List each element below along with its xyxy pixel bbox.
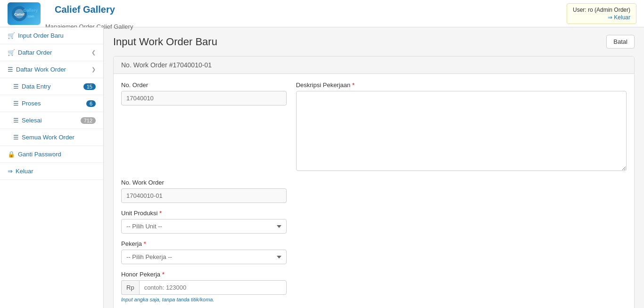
form-group-honor: Honor Pekerja * Rp Input angka saja, tan… (121, 271, 287, 302)
cart2-icon: 🛒 (8, 49, 15, 56)
user-label: User: ro (Admin Order) (573, 7, 630, 13)
sidebar-label-daftar-order: Daftar Order (18, 49, 52, 56)
top-batal-button[interactable]: Batal (606, 35, 635, 49)
form-row-1: No. Order Deskripsi Pekerjaan * (121, 81, 627, 172)
unit-produksi-select[interactable]: -- Pilih Unit -- (121, 219, 287, 234)
brand: Calief Gallery .com Calief Gallery Manaj… (8, 0, 133, 31)
chevron-down-icon: ❯ (91, 66, 96, 73)
sidebar-label-semua-work-order: Semua Work Order (22, 134, 74, 141)
header-logout-link[interactable]: ⇒ Keluar (573, 14, 630, 21)
page-title: Input Work Order Baru (113, 36, 217, 48)
list3-icon: ☰ (13, 100, 19, 107)
list2-icon: ☰ (13, 83, 19, 90)
pekerja-required-star: * (144, 240, 146, 247)
deskripsi-pekerjaan-label: Deskripsi Pekerjaan * (296, 81, 627, 89)
rp-addon: Rp (121, 280, 139, 295)
chevron-right-icon: ❮ (91, 49, 96, 56)
no-order-input (121, 91, 287, 105)
form-group-deskripsi: Deskripsi Pekerjaan * (296, 81, 627, 172)
sidebar: 🛒 Input Order Baru 🛒 Daftar Order ❮ ☰ Da… (0, 27, 104, 308)
brand-main: Calief Gallery (45, 0, 133, 23)
form-group-pekerja: Pekerja * -- Pilih Pekerja -- (121, 240, 287, 264)
honor-required-star: * (162, 271, 165, 278)
list-icon: ☰ (8, 66, 13, 73)
layout: 🛒 Input Order Baru 🛒 Daftar Order ❮ ☰ Da… (0, 27, 644, 308)
form-group-no-work-order: No. Work Order (121, 179, 287, 203)
honor-pekerja-label: Honor Pekerja * (121, 271, 287, 278)
svg-text:.com: .com (27, 15, 34, 18)
svg-text:Gallery: Gallery (24, 8, 38, 13)
form-row-3: Unit Produksi * -- Pilih Unit -- (121, 210, 627, 234)
form-row-4: Pekerja * -- Pilih Pekerja -- (121, 240, 627, 264)
sidebar-item-keluar[interactable]: ⇒ Keluar (0, 163, 103, 180)
logo: Calief Gallery .com (8, 2, 41, 25)
no-order-label: No. Order (121, 81, 287, 89)
list4-icon: ☰ (13, 117, 19, 124)
form-group-unit-produksi: Unit Produksi * -- Pilih Unit -- (121, 210, 287, 234)
sidebar-item-daftar-order[interactable]: 🛒 Daftar Order ❮ (0, 44, 103, 61)
form-group-no-order: No. Order (121, 81, 287, 172)
form-card-header: No. Work Order #17040010-01 (114, 57, 634, 74)
header: Calief Gallery .com Calief Gallery Manaj… (0, 0, 644, 27)
data-entry-badge: 15 (83, 83, 96, 90)
pekerja-label: Pekerja * (121, 240, 287, 247)
form-row-5: Honor Pekerja * Rp Input angka saja, tan… (121, 271, 627, 302)
header-user-info: User: ro (Admin Order) ⇒ Keluar (567, 3, 636, 24)
list5-icon: ☰ (13, 134, 19, 141)
sidebar-item-input-order-baru[interactable]: 🛒 Input Order Baru (0, 27, 103, 44)
lock-icon: 🔒 (8, 151, 15, 158)
sidebar-label-ganti-password: Ganti Password (18, 151, 61, 158)
main-content: Input Work Order Baru Batal No. Work Ord… (104, 27, 644, 308)
no-work-order-label: No. Work Order (121, 179, 287, 186)
form-card: No. Work Order #17040010-01 No. Order De… (113, 56, 635, 308)
brand-title: Calief Gallery Manajemen Order Calief Ga… (45, 0, 133, 31)
sidebar-item-semua-work-order[interactable]: ☰ Semua Work Order (0, 129, 103, 146)
sidebar-label-input-order-baru: Input Order Baru (18, 32, 64, 39)
sidebar-item-selesai[interactable]: ☰ Selesai 712 (0, 112, 103, 129)
sidebar-item-data-entry[interactable]: ☰ Data Entry 15 (0, 78, 103, 95)
sidebar-label-proses: Proses (22, 100, 41, 107)
cart-icon: 🛒 (8, 32, 15, 39)
sidebar-label-keluar: Keluar (16, 168, 33, 175)
sidebar-item-ganti-password[interactable]: 🔒 Ganti Password (0, 146, 103, 163)
exit-icon: ⇒ (8, 168, 13, 175)
svg-text:Calief: Calief (14, 12, 25, 16)
form-body: No. Order Deskripsi Pekerjaan * (114, 74, 634, 308)
honor-hint: Input angka saja, tanpa tanda titik/koma… (121, 297, 287, 302)
sidebar-label-selesai: Selesai (22, 117, 42, 124)
sidebar-item-proses[interactable]: ☰ Proses 6 (0, 95, 103, 112)
unit-required-star: * (159, 210, 162, 217)
selesai-badge: 712 (81, 117, 96, 124)
proses-badge: 6 (86, 100, 96, 107)
form-row-2: No. Work Order (121, 179, 627, 203)
sidebar-label-daftar-work-order: Daftar Work Order (16, 66, 66, 73)
honor-pekerja-input[interactable] (139, 280, 287, 295)
deskripsi-required-star: * (352, 81, 355, 89)
no-work-order-input (121, 188, 287, 203)
sidebar-label-data-entry: Data Entry (22, 83, 50, 90)
unit-produksi-label: Unit Produksi * (121, 210, 287, 217)
deskripsi-pekerjaan-textarea[interactable] (296, 91, 627, 171)
honor-input-group: Rp (121, 280, 287, 295)
page-header: Input Work Order Baru Batal (113, 35, 635, 49)
pekerja-select[interactable]: -- Pilih Pekerja -- (121, 250, 287, 264)
sidebar-item-daftar-work-order[interactable]: ☰ Daftar Work Order ❯ (0, 61, 103, 78)
